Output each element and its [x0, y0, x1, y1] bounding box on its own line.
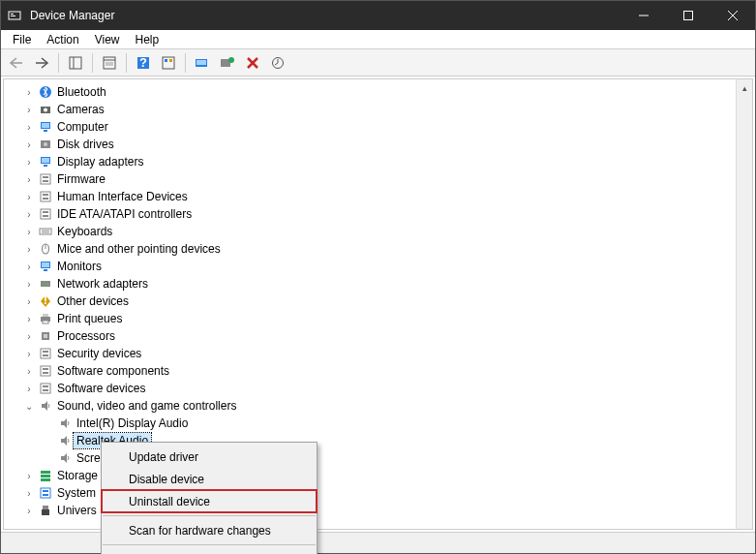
svg-rect-21	[197, 60, 206, 65]
svg-rect-61	[43, 321, 48, 323]
uninstall-icon[interactable]	[241, 52, 264, 74]
svg-rect-1	[11, 14, 14, 15]
tree-item-label: IDE ATA/ATAPI controllers	[54, 206, 195, 222]
menu-view[interactable]: View	[87, 31, 128, 48]
svg-rect-38	[41, 174, 50, 184]
context-menu-item[interactable]: Scan for hardware changes	[102, 519, 317, 541]
expand-arrow-icon[interactable]: ›	[21, 122, 37, 133]
tree-row[interactable]: ›IDE ATA/ATAPI controllers	[4, 205, 736, 223]
expand-arrow-icon[interactable]: ›	[21, 174, 37, 185]
toolbar: ?	[1, 49, 755, 77]
tree-row[interactable]: ›Processors	[4, 327, 736, 345]
vertical-scrollbar[interactable]: ▴	[736, 79, 752, 529]
tree-row[interactable]: ⌄Sound, video and game controllers	[4, 397, 736, 415]
expand-arrow-icon[interactable]: ›	[21, 331, 37, 342]
titlebar[interactable]: Device Manager	[1, 1, 755, 30]
svg-rect-54	[44, 269, 47, 271]
context-menu-item[interactable]: Uninstall device	[102, 490, 317, 512]
tree-row[interactable]: ›Cameras	[4, 101, 736, 118]
expand-arrow-icon[interactable]: ›	[21, 366, 37, 377]
svg-text:!: !	[44, 294, 47, 307]
expand-arrow-icon[interactable]: ›	[21, 157, 37, 168]
tree-row[interactable]: ›Keyboards	[4, 223, 736, 240]
tree-row[interactable]: ›Bluetooth	[4, 83, 736, 101]
expand-arrow-icon[interactable]: ›	[21, 105, 37, 115]
tree-item-label: Bluetooth	[54, 84, 109, 100]
expand-arrow-icon[interactable]: ›	[21, 384, 37, 394]
tree-row[interactable]: ›Monitors	[4, 258, 736, 275]
context-menu: Update driverDisable deviceUninstall dev…	[101, 442, 318, 554]
help-icon[interactable]: ?	[132, 52, 155, 74]
tree-row[interactable]: ›Security devices	[4, 345, 736, 362]
svg-rect-60	[43, 314, 48, 317]
svg-rect-77	[43, 490, 48, 492]
expand-arrow-icon[interactable]: ›	[21, 506, 37, 516]
device-manager-window: Device Manager File Action View Help ? ›…	[0, 0, 756, 554]
tree-item-label: Security devices	[54, 346, 144, 361]
tree-item-label: Monitors	[54, 259, 105, 274]
expand-arrow-icon[interactable]: ›	[21, 227, 37, 237]
context-menu-item[interactable]: Update driver	[102, 446, 317, 468]
svg-point-29	[44, 108, 47, 112]
tree-item-label: Intel(R) Display Audio	[74, 416, 191, 431]
close-button[interactable]	[711, 1, 755, 30]
back-button[interactable]	[5, 52, 28, 74]
expand-arrow-icon[interactable]: ›	[21, 296, 37, 307]
expand-arrow-icon[interactable]: ›	[21, 349, 37, 359]
cpu-icon	[37, 329, 54, 343]
display-icon	[37, 155, 54, 169]
properties-icon[interactable]	[98, 52, 121, 74]
tree-row[interactable]: ›Firmware	[4, 170, 736, 188]
add-legacy-icon[interactable]	[216, 52, 239, 74]
scroll-up-arrow[interactable]: ▴	[737, 79, 752, 96]
update-driver-icon[interactable]	[266, 52, 289, 74]
app-icon	[1, 9, 28, 22]
context-menu-item[interactable]: Properties	[102, 548, 317, 554]
toolbar-separator	[58, 53, 59, 73]
expand-arrow-icon[interactable]: ›	[21, 87, 37, 98]
expand-arrow-icon[interactable]: ›	[21, 488, 37, 499]
tree-row[interactable]: ›Human Interface Devices	[4, 188, 736, 205]
minimize-button[interactable]	[621, 1, 666, 30]
software-icon	[37, 382, 54, 395]
tree-item-label: System	[54, 485, 99, 501]
tree-row[interactable]: ›Mice and other pointing devices	[4, 240, 736, 258]
menu-help[interactable]: Help	[128, 31, 167, 48]
expand-arrow-icon[interactable]: ›	[21, 262, 37, 272]
expand-arrow-icon[interactable]: ›	[21, 244, 37, 255]
scan-hardware-icon[interactable]	[191, 52, 214, 74]
tree-row[interactable]: ›Computer	[4, 118, 736, 136]
context-menu-separator	[103, 544, 316, 545]
tree-row[interactable]: ›Software components	[4, 362, 736, 380]
expand-arrow-icon[interactable]: ›	[21, 139, 37, 150]
tree-row[interactable]: ›Disk drives	[4, 136, 736, 153]
svg-rect-37	[44, 165, 47, 167]
tree-item-label: Keyboards	[54, 224, 115, 239]
expand-arrow-icon[interactable]: ›	[21, 209, 37, 220]
svg-rect-74	[41, 475, 50, 477]
expand-arrow-icon[interactable]: ›	[21, 192, 37, 202]
maximize-button[interactable]	[666, 1, 711, 30]
tree-row[interactable]: ›Print queues	[4, 310, 736, 327]
svg-rect-4	[684, 12, 693, 20]
tree-item-label: Processors	[54, 328, 118, 344]
tree-row[interactable]: ›Software devices	[4, 380, 736, 397]
tree-row[interactable]: ›!Other devices	[4, 292, 736, 310]
expand-arrow-icon[interactable]: ›	[21, 471, 37, 481]
tree-row[interactable]: ›Network adapters	[4, 275, 736, 292]
forward-button[interactable]	[30, 52, 53, 74]
expand-arrow-icon[interactable]: ›	[21, 314, 37, 324]
expand-arrow-icon[interactable]: ›	[21, 279, 37, 290]
window-controls	[621, 1, 755, 30]
tree-row[interactable]: ›Display adapters	[4, 153, 736, 170]
network-icon	[37, 277, 54, 291]
tree-row[interactable]: Intel(R) Display Audio	[4, 415, 736, 432]
refresh-icon[interactable]	[157, 52, 180, 74]
menu-action[interactable]: Action	[39, 31, 86, 48]
show-hide-console-tree-icon[interactable]	[64, 52, 87, 74]
svg-rect-47	[40, 229, 51, 234]
menu-file[interactable]: File	[5, 31, 39, 48]
context-menu-item[interactable]: Disable device	[102, 468, 317, 490]
collapse-arrow-icon[interactable]: ⌄	[21, 401, 37, 412]
toolbar-separator	[126, 53, 127, 73]
